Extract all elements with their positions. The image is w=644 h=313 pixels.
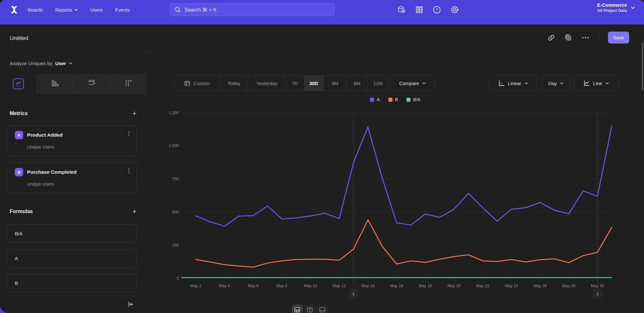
metric-menu-icon[interactable] bbox=[128, 168, 129, 173]
compare-button[interactable]: Compare bbox=[390, 75, 435, 91]
range-30d[interactable]: 30D bbox=[304, 76, 323, 91]
svg-text:1,000: 1,000 bbox=[168, 143, 179, 148]
search-placeholder: Search ⌘ + K bbox=[185, 7, 217, 13]
svg-text:May 28: May 28 bbox=[562, 284, 575, 288]
svg-text:May 20: May 20 bbox=[447, 284, 460, 288]
add-formula-button[interactable]: + bbox=[132, 208, 137, 215]
formula-card[interactable]: B/A bbox=[7, 224, 137, 243]
range-custom[interactable]: Custom bbox=[175, 76, 220, 91]
collapse-sidebar-icon[interactable] bbox=[127, 301, 134, 308]
range-label: 3M bbox=[332, 81, 338, 86]
divider bbox=[599, 32, 599, 43]
formula-label: B bbox=[15, 280, 18, 286]
range-12m[interactable]: 12M bbox=[367, 76, 388, 91]
metrics-title: Metrics bbox=[10, 111, 28, 116]
range-label: 12M bbox=[374, 81, 383, 86]
metric-menu-icon[interactable] bbox=[128, 131, 129, 136]
legend-label: A bbox=[377, 97, 380, 102]
report-title: Untitled bbox=[10, 35, 28, 42]
scrollbar-thumb[interactable] bbox=[642, 42, 643, 91]
formulas-title: Formulas bbox=[10, 209, 33, 214]
range-label: Custom bbox=[193, 81, 210, 86]
tab-insights[interactable] bbox=[0, 74, 36, 94]
query-sidebar: Analyze Uniques by User bbox=[0, 53, 147, 313]
nav-item-users[interactable]: Users bbox=[90, 7, 103, 13]
range-7d[interactable]: 7D bbox=[286, 76, 304, 91]
compare-label: Compare bbox=[399, 81, 419, 86]
settings-gear-icon[interactable] bbox=[450, 5, 459, 14]
formulas-section-header: Formulas + bbox=[10, 208, 137, 215]
project-name: E-Commerce bbox=[597, 2, 627, 8]
metric-name: Product Added bbox=[27, 132, 63, 138]
legend-swatch bbox=[388, 98, 393, 102]
report-type-tabs bbox=[0, 74, 147, 94]
app-window: Boards Reports Users Events Search ⌘ + K bbox=[0, 0, 644, 313]
trend-chart[interactable]: 02505007501,0001,250May 2May 4May 6May 8… bbox=[156, 109, 626, 302]
tab-retention[interactable] bbox=[110, 74, 147, 94]
legend-item-b[interactable]: B bbox=[388, 97, 398, 102]
add-metric-button[interactable]: + bbox=[132, 110, 137, 117]
more-options-icon[interactable] bbox=[581, 34, 590, 42]
formula-label: B/A bbox=[15, 231, 23, 236]
scale-label: Linear bbox=[508, 81, 521, 86]
metric-card-a[interactable]: A Product Added Unique Users bbox=[7, 125, 137, 156]
range-label: Yesterday bbox=[256, 81, 278, 86]
tab-flows[interactable] bbox=[73, 74, 110, 94]
metrics-section-header: Metrics + bbox=[10, 110, 137, 117]
legend-item-a[interactable]: A bbox=[370, 97, 380, 102]
legend-item-ba[interactable]: B/A bbox=[406, 97, 421, 102]
report-title-bar: Untitled Save bbox=[0, 24, 644, 53]
range-3m[interactable]: 3M bbox=[323, 76, 346, 91]
view-layout-toggles bbox=[292, 305, 327, 313]
svg-text:May 4: May 4 bbox=[219, 284, 230, 288]
range-today[interactable]: Today bbox=[220, 76, 248, 91]
nav-label: Boards bbox=[28, 7, 43, 13]
legend-swatch bbox=[406, 98, 411, 102]
apps-grid-icon[interactable] bbox=[415, 6, 423, 14]
metric-aggregation[interactable]: Unique Users bbox=[27, 144, 54, 150]
range-label: 30D bbox=[309, 81, 318, 86]
project-switcher[interactable]: E-Commerce All Project Data bbox=[597, 2, 635, 13]
metric-letter-badge: B bbox=[15, 168, 23, 176]
chevron-down-icon bbox=[422, 82, 426, 84]
svg-text:May 14: May 14 bbox=[361, 284, 374, 288]
range-yesterday[interactable]: Yesterday bbox=[248, 76, 286, 91]
copy-link-icon[interactable] bbox=[547, 34, 555, 42]
nav-label: Users bbox=[90, 7, 103, 13]
nav-item-events[interactable]: Events bbox=[115, 7, 130, 13]
help-icon[interactable]: ? bbox=[433, 6, 441, 14]
chart-type-selector[interactable]: Line bbox=[574, 75, 619, 91]
layout-table-button[interactable] bbox=[317, 305, 327, 313]
analyze-uniques-label: Analyze Uniques by bbox=[10, 61, 52, 66]
layout-split-button[interactable] bbox=[305, 305, 315, 313]
nav-item-reports[interactable]: Reports bbox=[55, 7, 78, 13]
save-button[interactable]: Save bbox=[608, 32, 629, 44]
duplicate-icon[interactable] bbox=[564, 34, 572, 42]
metric-card-b[interactable]: B Purchase Completed Unique Users bbox=[7, 162, 137, 193]
formula-card[interactable]: A bbox=[7, 249, 137, 268]
nav-item-boards[interactable]: Boards bbox=[28, 7, 43, 13]
tab-funnels[interactable] bbox=[36, 74, 73, 94]
insights-chart-icon bbox=[13, 78, 24, 89]
calendar-icon bbox=[184, 80, 190, 86]
nav-label: Events bbox=[115, 7, 130, 13]
linear-axis-icon bbox=[498, 80, 505, 86]
data-management-icon[interactable] bbox=[397, 5, 406, 14]
sidebar-footer bbox=[0, 296, 147, 313]
metric-aggregation[interactable]: Unique Users bbox=[27, 181, 54, 187]
interval-selector[interactable]: Day bbox=[542, 75, 570, 91]
chevron-down-icon[interactable] bbox=[69, 62, 72, 64]
formula-card[interactable]: B bbox=[7, 274, 137, 292]
analyze-by-selector[interactable]: User bbox=[55, 61, 66, 66]
layout-chart-top-button[interactable] bbox=[292, 305, 302, 313]
mixpanel-logo-icon[interactable] bbox=[8, 5, 20, 15]
interval-label: Day bbox=[548, 81, 557, 86]
formula-label: A bbox=[15, 256, 18, 261]
range-6m[interactable]: 6M bbox=[346, 76, 367, 91]
search-input[interactable]: Search ⌘ + K bbox=[170, 3, 335, 16]
legend-label: B/A bbox=[413, 97, 421, 102]
range-label: 6M bbox=[354, 81, 360, 86]
scale-selector[interactable]: Linear bbox=[489, 75, 537, 91]
metric-name: Purchase Completed bbox=[27, 169, 77, 175]
chart-type-label: Line bbox=[593, 81, 602, 86]
